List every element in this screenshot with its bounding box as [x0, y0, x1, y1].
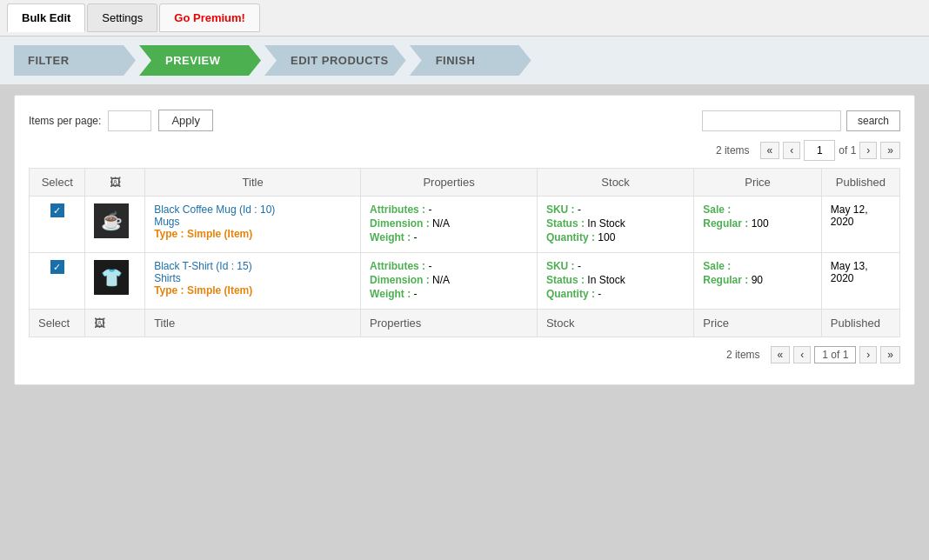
products-table: Select 🖼 Title Properties Stock Price Pu… — [29, 168, 900, 337]
row1-status-val: In Stock — [585, 217, 625, 230]
row1-img: ☕ — [85, 197, 145, 253]
items-per-page-input[interactable] — [108, 110, 151, 131]
prev-page-btn-bottom[interactable]: ‹ — [793, 346, 811, 363]
search-input[interactable] — [702, 110, 841, 131]
row1-sku-val: - — [575, 203, 581, 216]
content-panel: Items per page: Apply search 2 items « ‹… — [14, 95, 915, 385]
row2-product-category[interactable]: Shirts — [154, 272, 181, 284]
toolbar-right: search — [702, 110, 900, 131]
row2-product-id: (Id : 15) — [216, 260, 251, 272]
tf-select: Select — [30, 310, 85, 337]
row2-regular-val: 90 — [748, 274, 763, 286]
row1-select[interactable]: ✓ — [30, 197, 85, 253]
tf-title: Title — [145, 310, 361, 337]
th-select: Select — [30, 169, 85, 197]
row1-product-id: (Id : 10) — [239, 203, 275, 216]
row2-status-val: In Stock — [585, 274, 625, 286]
row1-weight-label: Weight : — [370, 231, 411, 243]
apply-button[interactable]: Apply — [158, 110, 213, 131]
row2-regular-label: Regular : — [703, 274, 748, 286]
row1-quantity-val: 100 — [595, 231, 615, 243]
current-page-input-top[interactable]: 1 — [804, 140, 835, 161]
row2-weight-val: - — [411, 288, 417, 300]
tab-bar: Bulk Edit Settings Go Premium! — [0, 0, 929, 37]
row1-price: Sale : Regular : 100 — [694, 197, 822, 253]
row2-status-label: Status : — [546, 274, 585, 286]
tab-bulk-edit[interactable]: Bulk Edit — [7, 3, 85, 32]
next-page-btn-top[interactable]: › — [859, 142, 877, 159]
first-page-btn-bottom[interactable]: « — [771, 346, 791, 363]
row1-regular-val: 100 — [748, 217, 768, 230]
row1-quantity-label: Quantity : — [546, 231, 595, 243]
row2-dimension-val: N/A — [430, 274, 450, 286]
row1-sale-label: Sale : — [703, 203, 731, 216]
row1-attributes-label: Attributes : — [370, 203, 425, 216]
tf-price: Price — [694, 310, 822, 337]
tf-properties: Properties — [361, 310, 538, 337]
th-stock: Stock — [537, 169, 693, 197]
row2-title-cell: Black T-Shirt (Id : 15) Shirts Type : Si… — [145, 253, 361, 310]
row1-properties: Attributes : - Dimension : N/A Weight : … — [361, 197, 538, 253]
row2-dimension-label: Dimension : — [370, 274, 430, 286]
last-page-btn-top[interactable]: » — [880, 142, 900, 159]
tab-premium[interactable]: Go Premium! — [159, 3, 260, 32]
row2-select[interactable]: ✓ — [30, 253, 85, 310]
table-row: ✓ 👕 Black T-Shirt (Id : 15) Shirts Type … — [30, 253, 900, 310]
row2-product-image: 👕 — [94, 260, 129, 295]
row2-published: May 13, 2020 — [821, 253, 899, 310]
search-button[interactable]: search — [846, 110, 900, 131]
page-display-bottom: 1 of 1 — [814, 346, 856, 363]
row1-checkbox[interactable]: ✓ — [50, 203, 64, 217]
row2-img: 👕 — [85, 253, 145, 310]
image-header-icon: 🖼 — [110, 176, 121, 189]
row1-attributes-val: - — [425, 203, 431, 216]
last-page-btn-bottom[interactable]: » — [880, 346, 900, 363]
wizard-step-finish[interactable]: FINISH — [410, 45, 531, 76]
row1-status-label: Status : — [546, 217, 585, 230]
table-header-row: Select 🖼 Title Properties Stock Price Pu… — [30, 169, 900, 197]
wizard-step-edit-products[interactable]: EDIT PRODUCTS — [264, 45, 406, 76]
row2-sku-label: SKU : — [546, 260, 575, 272]
tf-published: Published — [821, 310, 899, 337]
row2-checkbox[interactable]: ✓ — [50, 260, 64, 274]
row1-weight-val: - — [411, 231, 417, 243]
pagination-top: 2 items « ‹ 1 of 1 › » — [29, 140, 900, 161]
row2-stock: SKU : - Status : In Stock Quantity : - — [537, 253, 693, 310]
next-page-btn-bottom[interactable]: › — [859, 346, 877, 363]
row2-product-type: Type : Simple (Item) — [154, 284, 252, 297]
prev-page-btn-top[interactable]: ‹ — [783, 142, 800, 159]
th-published: Published — [821, 169, 899, 197]
tab-settings[interactable]: Settings — [87, 3, 157, 32]
row2-price: Sale : Regular : 90 — [694, 253, 822, 310]
items-count-top: 2 items — [716, 144, 750, 157]
row2-attributes-val: - — [425, 260, 431, 272]
row2-attributes-label: Attributes : — [370, 260, 425, 272]
items-per-page-label: Items per page: — [29, 115, 101, 127]
row1-product-type: Type : Simple (Item) — [154, 228, 252, 240]
row1-regular-label: Regular : — [703, 217, 748, 230]
wizard-steps: FILTER PREVIEW EDIT PRODUCTS FINISH — [0, 37, 929, 84]
row2-weight-label: Weight : — [370, 288, 411, 300]
tf-img: 🖼 — [85, 310, 145, 337]
wizard-step-filter[interactable]: FILTER — [14, 45, 136, 76]
row2-sale-label: Sale : — [703, 260, 731, 272]
row1-product-image: ☕ — [94, 203, 129, 238]
row1-title-cell: Black Coffee Mug (Id : 10) Mugs Type : S… — [145, 197, 361, 253]
toolbar-left: Items per page: Apply — [29, 110, 213, 131]
items-count-bottom: 2 items — [726, 349, 760, 361]
wizard-step-preview[interactable]: PREVIEW — [139, 45, 261, 76]
row2-product-title[interactable]: Black T-Shirt — [154, 260, 213, 272]
row1-published: May 12, 2020 — [821, 197, 899, 253]
tf-stock: Stock — [537, 310, 693, 337]
table-footer-row: Select 🖼 Title Properties Stock Price Pu… — [30, 310, 900, 337]
row2-quantity-val: - — [595, 288, 601, 300]
page-of-top: of 1 — [839, 144, 856, 157]
th-title: Title — [145, 169, 361, 197]
row2-properties: Attributes : - Dimension : N/A Weight : … — [361, 253, 538, 310]
toolbar: Items per page: Apply search — [29, 110, 900, 131]
row1-product-category[interactable]: Mugs — [154, 216, 179, 228]
first-page-btn-top[interactable]: « — [760, 142, 780, 159]
row2-quantity-label: Quantity : — [546, 288, 595, 300]
row1-product-title[interactable]: Black Coffee Mug — [154, 203, 237, 216]
th-properties: Properties — [361, 169, 538, 197]
